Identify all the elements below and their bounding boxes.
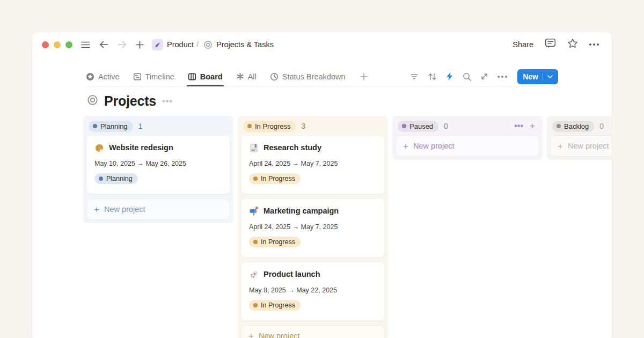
- new-project-button[interactable]: + New project: [241, 325, 385, 338]
- clock-icon: [270, 72, 279, 81]
- star-circle-icon: [86, 72, 94, 81]
- column-count: 3: [301, 122, 305, 130]
- traffic-lights: [42, 41, 72, 48]
- card-date-range: April 24, 2025 → May 7, 2025: [249, 160, 377, 167]
- favorite-star-icon[interactable]: [567, 38, 578, 51]
- breadcrumb-page[interactable]: Projects & Tasks: [216, 40, 274, 49]
- zoom-window-button[interactable]: [65, 41, 72, 48]
- project-card-marketing-campaign[interactable]: Marketing campaign April 24, 2025 → May …: [241, 199, 385, 258]
- card-status-badge: In Progress: [249, 237, 301, 247]
- plus-icon: +: [558, 142, 563, 151]
- board-icon: [188, 72, 196, 81]
- palette-icon: [94, 143, 104, 153]
- chevron-down-icon: [547, 75, 553, 78]
- mailbox-icon: [249, 207, 259, 216]
- card-status-badge: Planning: [94, 173, 138, 184]
- search-icon[interactable]: [463, 72, 471, 81]
- status-pill-in-progress[interactable]: In Progress: [243, 121, 296, 132]
- filter-icon[interactable]: [410, 72, 419, 81]
- status-pill-backlog[interactable]: Backlog: [552, 121, 594, 132]
- page-title: Projects: [104, 93, 156, 109]
- kanban-board: Planning 1 Website redesign May 10, 2025…: [83, 116, 612, 338]
- timeline-icon: [133, 72, 142, 81]
- plus-icon: +: [403, 142, 408, 151]
- new-button[interactable]: New: [517, 69, 558, 84]
- status-dot: [557, 124, 561, 128]
- bookmark-tabs-icon: [249, 143, 259, 153]
- tab-active[interactable]: Active: [86, 67, 120, 86]
- forward-icon[interactable]: [118, 41, 127, 48]
- share-button[interactable]: Share: [513, 40, 533, 49]
- comment-icon[interactable]: [545, 38, 556, 51]
- hamburger-icon[interactable]: [81, 41, 90, 48]
- board-column-backlog: Backlog 0 + New project: [547, 116, 612, 160]
- new-page-plus-icon[interactable]: [136, 41, 144, 49]
- card-status-badge: In Progress: [249, 300, 301, 311]
- tab-status-breakdown[interactable]: Status Breakdown: [270, 67, 346, 86]
- view-more-icon[interactable]: [497, 76, 507, 78]
- new-project-button[interactable]: + New project: [550, 135, 612, 157]
- page-target-icon: [87, 94, 98, 108]
- status-pill-paused[interactable]: Paused: [398, 121, 438, 132]
- add-view-button[interactable]: [360, 67, 368, 86]
- sort-icon[interactable]: [428, 72, 437, 81]
- status-pill-planning[interactable]: Planning: [89, 121, 133, 132]
- project-card-product-launch[interactable]: Product launch May 8, 2025 → May 22, 202…: [241, 262, 385, 321]
- status-dot: [247, 124, 252, 128]
- title-more-icon[interactable]: •••: [162, 97, 173, 106]
- rocket-icon: [249, 270, 259, 280]
- plus-icon: +: [94, 205, 99, 214]
- board-column-in-progress: In Progress 3 Research study April 24, 2…: [238, 116, 388, 338]
- new-project-button[interactable]: + New project: [86, 199, 230, 220]
- tab-board[interactable]: Board: [188, 67, 223, 86]
- column-more-icon[interactable]: •••: [514, 121, 523, 131]
- board-column-planning: Planning 1 Website redesign May 10, 2025…: [83, 116, 233, 223]
- workspace-icon[interactable]: [152, 39, 163, 50]
- new-project-button[interactable]: + New project: [396, 135, 539, 157]
- card-date-range: May 10, 2025 → May 26, 2025: [94, 160, 222, 167]
- breadcrumb-separator: /: [196, 40, 199, 49]
- view-tabbar: Active Timeline Board All Status Breakdo…: [86, 67, 558, 86]
- card-date-range: April 24, 2025 → May 7, 2025: [249, 223, 377, 231]
- titlebar: Product / Projects & Tasks Share: [32, 32, 612, 57]
- plus-icon: +: [248, 332, 254, 338]
- column-count: 1: [138, 122, 143, 130]
- close-window-button[interactable]: [42, 41, 49, 48]
- automation-icon[interactable]: [446, 72, 453, 81]
- column-add-icon[interactable]: +: [530, 121, 535, 131]
- target-icon: [203, 40, 213, 49]
- breadcrumb-workspace[interactable]: Product: [167, 40, 194, 49]
- minimize-window-button[interactable]: [54, 41, 61, 48]
- status-dot: [402, 124, 406, 128]
- tab-all[interactable]: All: [236, 67, 257, 86]
- expand-icon[interactable]: [480, 72, 488, 80]
- back-icon[interactable]: [99, 41, 108, 48]
- project-card-research-study[interactable]: Research study April 24, 2025 → May 7, 2…: [241, 135, 385, 194]
- status-dot: [93, 124, 97, 128]
- card-status-badge: In Progress: [249, 173, 301, 184]
- app-window: Product / Projects & Tasks Share Active: [32, 32, 612, 338]
- tab-timeline[interactable]: Timeline: [133, 67, 174, 86]
- more-icon[interactable]: [589, 43, 599, 46]
- asterisk-icon: [236, 72, 244, 80]
- column-count: 0: [599, 122, 604, 130]
- project-card-website-redesign[interactable]: Website redesign May 10, 2025 → May 26, …: [86, 135, 230, 194]
- column-count: 0: [444, 122, 448, 130]
- board-column-paused: Paused 0 ••• + + New project: [392, 116, 543, 160]
- card-date-range: May 8, 2025 → May 22, 2025: [249, 286, 377, 294]
